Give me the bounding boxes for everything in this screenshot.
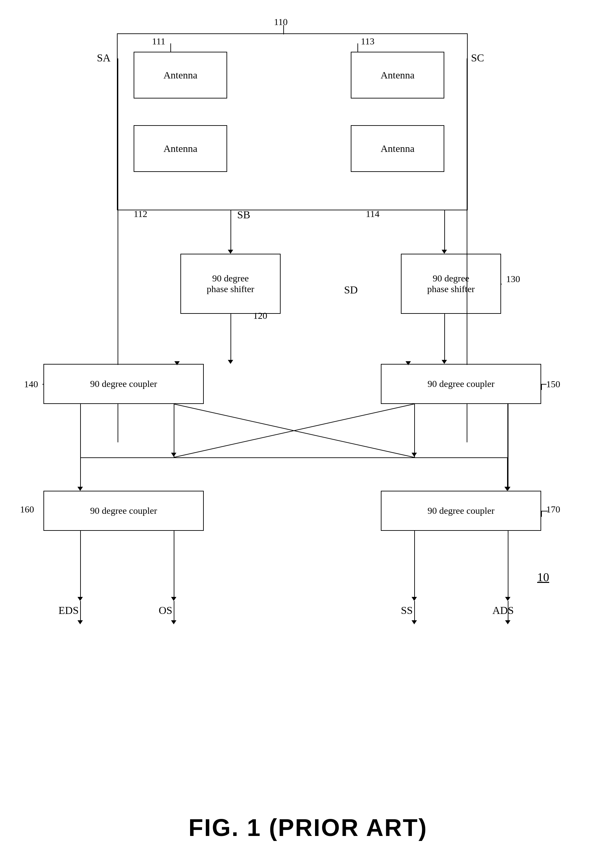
arrow-OS xyxy=(171,597,176,601)
line-ADS-2 xyxy=(508,601,508,621)
figure-ref: 10 xyxy=(537,570,549,584)
label-110: 110 xyxy=(274,17,288,27)
label-ADS: ADS xyxy=(492,604,514,617)
line-113 xyxy=(357,43,358,52)
figure-caption: FIG. 1 (PRIOR ART) xyxy=(0,814,616,841)
arrow-OS-2 xyxy=(171,620,176,624)
coupler-170: 90 degree coupler xyxy=(381,491,541,531)
phase-shifter-120: 90 degreephase shifter xyxy=(181,254,281,314)
line-lbl-120 xyxy=(255,315,256,319)
line-ADS xyxy=(508,531,508,598)
line-EDS xyxy=(80,531,81,598)
coupler-160: 90 degree coupler xyxy=(43,491,204,531)
line-SA-horiz-to-140 xyxy=(118,364,177,365)
line-lbl-140 xyxy=(42,384,44,385)
arrow-ADS-2 xyxy=(505,620,511,624)
arrow-cross1 xyxy=(504,487,510,491)
arrow-SS xyxy=(412,597,417,601)
arrow-cross2 xyxy=(77,487,83,491)
coupler-150: 90 degree coupler xyxy=(381,364,541,404)
label-EDS: EDS xyxy=(58,604,79,617)
line-lbl-150 xyxy=(541,384,547,385)
line-SC-horiz-to-150 xyxy=(408,364,467,365)
line-110-arrow xyxy=(283,25,284,34)
label-130: 130 xyxy=(506,274,520,284)
antenna-114: Antenna xyxy=(351,125,444,172)
line-SS-2 xyxy=(414,601,415,621)
label-OS: OS xyxy=(159,604,172,617)
arrow-ps120 xyxy=(228,360,233,364)
arrow-to-150-right xyxy=(405,361,411,365)
line-OS-2 xyxy=(174,601,174,621)
line-lbl-170v xyxy=(541,511,542,517)
line-lbl-150v xyxy=(541,384,542,390)
line-lbl-170 xyxy=(541,511,548,511)
label-SB: SB xyxy=(237,208,250,221)
line-111 xyxy=(170,43,171,52)
arrow-EDS xyxy=(77,597,83,601)
label-160: 160 xyxy=(20,504,34,515)
arrow-to-140-left xyxy=(174,361,180,365)
arrow-SB xyxy=(228,250,233,254)
arrow-ps130 xyxy=(442,360,447,364)
phase-shifter-130: 90 degreephase shifter xyxy=(401,254,501,314)
label-112: 112 xyxy=(134,208,147,219)
label-SS: SS xyxy=(401,604,413,617)
cross-svg xyxy=(80,404,508,478)
line-EDS-2 xyxy=(80,601,81,621)
label-140: 140 xyxy=(24,379,38,390)
label-SD: SD xyxy=(344,284,358,296)
line-SS xyxy=(414,531,415,598)
line-150-right-down xyxy=(508,404,508,487)
antenna-111: Antenna xyxy=(134,52,227,99)
line-ps130-down xyxy=(444,314,445,360)
label-150: 150 xyxy=(546,379,560,390)
label-113: 113 xyxy=(361,36,374,47)
line-SA-to-140 xyxy=(118,58,118,365)
line-OS xyxy=(174,531,174,598)
arrow-SD xyxy=(442,250,447,254)
arrow-EDS-2 xyxy=(77,620,83,624)
label-170: 170 xyxy=(546,504,560,515)
label-114: 114 xyxy=(366,208,379,219)
coupler-140: 90 degree coupler xyxy=(43,364,204,404)
svg-marker-6 xyxy=(412,453,417,457)
label-111: 111 xyxy=(152,36,165,47)
antenna-112: Antenna xyxy=(134,125,227,172)
line-ps120-down xyxy=(231,314,231,360)
line-SD-down xyxy=(444,210,445,251)
svg-marker-5 xyxy=(171,453,176,457)
antenna-113: Antenna xyxy=(351,52,444,99)
line-lbl-130 xyxy=(501,284,502,284)
label-SC: SC xyxy=(471,52,484,64)
line-SB-down xyxy=(231,210,231,251)
label-SA: SA xyxy=(97,52,111,64)
arrow-ADS xyxy=(505,597,511,601)
line-SC-to-150 xyxy=(467,58,467,365)
diagram: 110 111 113 SA SC Antenna Antenna Antenn… xyxy=(0,0,616,735)
arrow-SS-2 xyxy=(412,620,417,624)
